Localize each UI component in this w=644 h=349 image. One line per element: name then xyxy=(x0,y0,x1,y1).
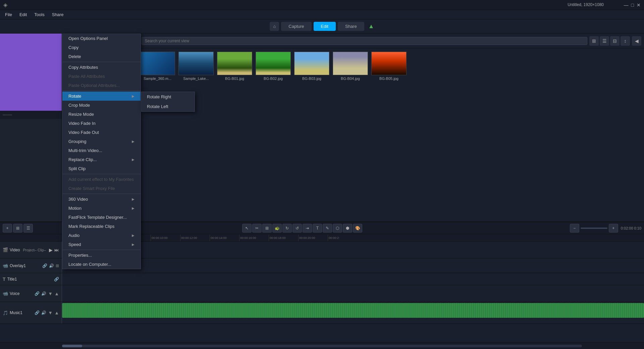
ctx-resize-mode[interactable]: Resize Mode xyxy=(62,110,141,119)
thumb-img-3 xyxy=(256,52,291,75)
media-item-5[interactable]: BG-B04.jpg xyxy=(333,52,368,81)
search-input[interactable] xyxy=(142,37,587,45)
ctx-separator-2 xyxy=(62,91,141,91)
ctx-360-video[interactable]: 360 Video ▶ xyxy=(62,195,141,204)
tab-edit[interactable]: Edit xyxy=(314,22,336,31)
zoom-in-button[interactable]: + xyxy=(609,224,618,233)
overlay-resize-icon: ⊞ xyxy=(56,263,59,268)
ctx-video-fade-out[interactable]: Video Fade Out xyxy=(62,128,141,137)
track-name-voice: Voice xyxy=(10,291,19,296)
track-content-overlay1 xyxy=(62,258,644,273)
tl-tool-paint[interactable]: ✎ xyxy=(323,224,332,233)
ctx-rotate-left[interactable]: Rotate Left xyxy=(142,102,195,111)
tl-tool-speed[interactable]: 🐢 xyxy=(272,224,282,233)
track-play-button[interactable]: ▶ xyxy=(49,247,53,253)
thumb-label-6: BG-B05.jpg xyxy=(371,77,407,81)
timeline-scrollbar[interactable] xyxy=(0,342,644,349)
scrollbar-track xyxy=(62,345,582,347)
media-item-0[interactable]: Sample_360.m... xyxy=(140,52,175,81)
ruler-mark-6: 00:00:16:00 xyxy=(239,235,269,241)
tl-tool-title[interactable]: T xyxy=(313,224,322,233)
close-button[interactable]: ✕ xyxy=(637,2,641,8)
ctx-open-options[interactable]: Open Options Panel xyxy=(62,34,141,43)
track-name-video: Video xyxy=(10,248,20,252)
view-detail-icon[interactable]: ⊟ xyxy=(610,36,620,46)
ctx-copy[interactable]: Copy xyxy=(62,43,141,52)
menu-share[interactable]: Share xyxy=(49,11,67,18)
tab-share[interactable]: Share xyxy=(338,22,364,31)
title-bar: ◈ Untitled, 1920×1080 — □ ✕ xyxy=(0,0,644,10)
tl-tool-select[interactable]: ↖ xyxy=(242,224,252,233)
track-content-music1 xyxy=(62,302,644,323)
media-item-2[interactable]: BG-B01.jpg xyxy=(217,52,252,81)
tl-timeline[interactable]: ☰ xyxy=(23,224,33,233)
menu-bar: File Edit Tools Share xyxy=(0,10,644,19)
ctx-split-clip[interactable]: Split Clip xyxy=(62,164,141,173)
ruler-mark-3: 00:00:10:00 xyxy=(151,235,180,241)
window-title: Untitled, 1920×1080 xyxy=(568,2,604,7)
tl-tool-multi[interactable]: ⊞ xyxy=(262,224,272,233)
ctx-fastflick[interactable]: FastFlick Template Designer... xyxy=(62,213,141,222)
media-item-6[interactable]: BG-B05.jpg xyxy=(371,52,407,81)
media-item-1[interactable]: Sample_Lake... xyxy=(178,52,214,81)
scrollbar-thumb[interactable] xyxy=(62,345,82,347)
tl-tool-rotate[interactable]: ↻ xyxy=(282,224,292,233)
sort-icon[interactable]: ↕ xyxy=(621,36,630,46)
ctx-speed[interactable]: Speed ▶ xyxy=(62,240,141,249)
ruler-mark-5: 00:00:14:00 xyxy=(210,235,239,241)
ctx-delete[interactable]: Delete xyxy=(62,52,141,61)
audio-clip-music1[interactable] xyxy=(62,303,644,318)
ctx-locate-on-computer[interactable]: Locate on Computer... xyxy=(62,260,141,269)
zoom-out-button[interactable]: − xyxy=(570,224,579,233)
tab-capture[interactable]: Capture xyxy=(281,22,311,31)
ctx-crop-mode[interactable]: Crop Mode xyxy=(62,101,141,110)
thumb-img-1 xyxy=(178,52,214,75)
ctx-video-fade-in[interactable]: Video Fade In xyxy=(62,119,141,128)
ctx-rotate-right[interactable]: Rotate Right xyxy=(142,92,195,102)
tl-tool-slide[interactable]: ⇥ xyxy=(303,224,312,233)
tl-tool-3d[interactable]: ⬢ xyxy=(343,224,352,233)
menu-tools[interactable]: Tools xyxy=(31,11,48,18)
menu-file[interactable]: File xyxy=(2,11,15,18)
tl-add-track[interactable]: + xyxy=(3,224,12,233)
ctx-rotate[interactable]: Rotate ▶ Rotate Right Rotate Left xyxy=(62,92,141,101)
track-name-overlay1: Overlay1 xyxy=(10,263,26,268)
minimize-button[interactable]: — xyxy=(624,2,629,8)
drag-handle-top: •••••••• xyxy=(3,113,12,117)
tab-home[interactable]: ⌂ xyxy=(270,22,279,31)
view-grid-icon[interactable]: ⊞ xyxy=(589,36,599,46)
ctx-multi-trim[interactable]: Multi-trim Video... xyxy=(62,146,141,155)
zoom-slider[interactable] xyxy=(581,228,607,229)
tl-tool-trim[interactable]: ✂ xyxy=(252,224,262,233)
track-name-title1: Title1 xyxy=(7,277,17,282)
upload-icon: ▲ xyxy=(368,23,374,30)
ctx-replace-clip[interactable]: Replace Clip... ▶ xyxy=(62,155,141,164)
ctx-mark-replaceable[interactable]: Mark Replaceable Clips xyxy=(62,222,141,231)
thumb-label-1: Sample_Lake... xyxy=(178,77,214,81)
ctx-copy-attributes[interactable]: Copy Attributes xyxy=(62,63,141,72)
maximize-button[interactable]: □ xyxy=(631,2,634,8)
track-end-button[interactable]: ⏭ xyxy=(54,247,59,253)
ctx-grouping[interactable]: Grouping ▶ xyxy=(62,137,141,146)
music-lock-icon: 🔗 xyxy=(35,310,40,315)
media-item-4[interactable]: BG-B03.jpg xyxy=(294,52,329,81)
thumb-label-0: Sample_360.m... xyxy=(140,77,175,81)
tl-tool-color[interactable]: 🎨 xyxy=(353,224,362,233)
thumb-img-5 xyxy=(333,52,368,75)
ctx-separator-4 xyxy=(62,194,141,194)
media-item-3[interactable]: BG-B02.jpg xyxy=(256,52,291,81)
thumb-label-3: BG-B02.jpg xyxy=(256,77,291,81)
tl-tool-undo-track[interactable]: ↺ xyxy=(292,224,302,233)
speed-arrow-icon: ▶ xyxy=(132,243,135,246)
tl-storyboard[interactable]: ⊞ xyxy=(13,224,22,233)
voice-audio-icon: 🔊 xyxy=(41,291,46,296)
view-list-icon[interactable]: ☰ xyxy=(600,36,609,46)
ctx-audio[interactable]: Audio ▶ xyxy=(62,231,141,240)
ctx-properties[interactable]: Properties... xyxy=(62,251,141,260)
menu-edit[interactable]: Edit xyxy=(16,11,30,18)
thumb-img-0 xyxy=(140,52,175,75)
track-voice: 📹 Voice 🔗 🔊 ▼ ▲ xyxy=(0,285,644,302)
collapse-icon[interactable]: ◀ xyxy=(632,36,641,46)
tl-tool-mask[interactable]: ⬡ xyxy=(333,224,342,233)
ctx-motion[interactable]: Motion ▶ xyxy=(62,204,141,213)
